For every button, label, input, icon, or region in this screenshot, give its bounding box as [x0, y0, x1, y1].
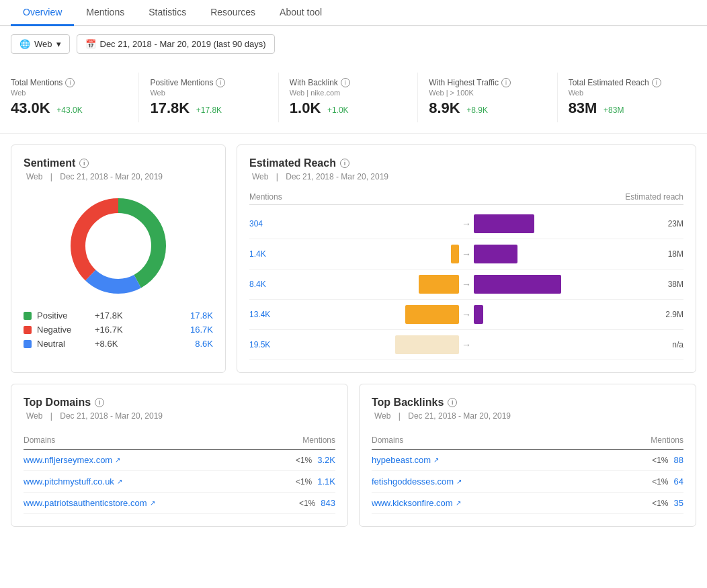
tab-overview[interactable]: Overview: [11, 0, 74, 26]
domain-count-link-0[interactable]: 3.2K: [317, 455, 335, 465]
top-backlinks-subtitle: Web | Dec 21, 2018 - Mar 20, 2019: [372, 411, 683, 421]
sentiment-card: Sentiment i Web | Dec 21, 2018 - Mar 20,…: [11, 144, 226, 373]
top-backlinks-card: Top Backlinks i Web | Dec 21, 2018 - Mar…: [359, 384, 696, 527]
top-domains-card: Top Domains i Web | Dec 21, 2018 - Mar 2…: [11, 384, 348, 527]
negative-dot: [24, 326, 32, 334]
reach-row-4: 19.5K → n/a: [249, 330, 683, 360]
stat-change-positive: +17.8K: [196, 106, 222, 115]
purple-bar-1: [474, 245, 517, 263]
info-icon-backlink[interactable]: i: [341, 78, 350, 87]
domain-count-link-2[interactable]: 843: [321, 498, 335, 508]
positive-dot: [24, 312, 32, 320]
tab-resources[interactable]: Resources: [198, 0, 267, 26]
light-bar-4: [395, 335, 459, 354]
stat-change-backlink: +1.0K: [327, 106, 349, 115]
reach-bars-4: →: [280, 335, 653, 354]
backlink-link-1[interactable]: fetishgoddesses.com ↗: [372, 476, 462, 487]
info-icon-domains[interactable]: i: [95, 398, 104, 407]
backlink-link-2[interactable]: www.kicksonfire.com ↗: [372, 498, 461, 508]
tab-statistics[interactable]: Statistics: [136, 0, 198, 26]
legend-neutral: Neutral +8.6K 8.6K: [24, 339, 213, 349]
backlink-count-link-0[interactable]: 88: [674, 455, 683, 465]
stats-row: Total Mentions i Web 43.0K +43.0K Positi…: [0, 62, 707, 134]
sentiment-legend: Positive +17.8K 17.8K Negative +16.7K 16…: [24, 310, 213, 349]
reach-row-3: 13.4K → 2.9M: [249, 300, 683, 330]
stat-change-total: +43.0K: [56, 106, 82, 115]
backlink-row-0: hypebeast.com ↗ <1% 88: [372, 450, 683, 471]
stat-change-reach: +83M: [604, 106, 624, 115]
info-icon-backlinks[interactable]: i: [448, 398, 457, 407]
backlink-count-link-1[interactable]: 64: [674, 476, 683, 487]
info-icon-estimated-reach[interactable]: i: [340, 159, 349, 168]
reach-bars-0: →: [280, 214, 653, 233]
arrow-icon-3: →: [462, 309, 471, 320]
stat-backlink: With Backlink i Web | nike.com 1.0K +1.0…: [279, 73, 418, 122]
domain-row-1: www.pitchmystuff.co.uk ↗ <1% 1.1K: [24, 471, 335, 493]
globe-icon: 🌐: [19, 39, 30, 49]
backlink-count-link-2[interactable]: 35: [674, 498, 683, 508]
tabs-bar: Overview Mentions Statistics Resources A…: [0, 0, 707, 26]
arrow-icon-1: →: [462, 249, 471, 259]
backlink-link-0[interactable]: hypebeast.com ↗: [372, 455, 439, 465]
reach-row-0: 304 → 23M: [249, 209, 683, 239]
date-range-selector[interactable]: 📅 Dec 21, 2018 - Mar 20, 2019 (last 90 d…: [77, 34, 275, 54]
negative-link[interactable]: 16.7K: [190, 325, 213, 335]
stat-estimated-reach: Total Estimated Reach i Web 83M +83M: [558, 73, 696, 122]
domain-link-2[interactable]: www.patriotsauthenticstore.com ↗: [24, 498, 155, 508]
donut-chart-container: [24, 192, 213, 300]
info-icon-positive[interactable]: i: [216, 78, 225, 87]
domain-row-0: www.nfljerseymex.com ↗ <1% 3.2K: [24, 450, 335, 471]
top-backlinks-title: Top Backlinks: [372, 396, 444, 409]
yellow-bar-1: [451, 245, 459, 263]
date-range-label: Dec 21, 2018 - Mar 20, 2019 (last 90 day…: [100, 39, 266, 49]
arrow-icon-4: →: [462, 339, 471, 350]
stat-value-total: 43.0K: [11, 99, 50, 116]
top-domains-title: Top Domains: [24, 396, 91, 409]
info-icon-reach[interactable]: i: [652, 78, 661, 87]
reach-row-1: 1.4K → 18M: [249, 239, 683, 269]
source-selector[interactable]: 🌐 Web ▾: [11, 34, 70, 54]
backlink-row-2: www.kicksonfire.com ↗ <1% 35: [372, 493, 683, 514]
arrow-icon-2: →: [462, 279, 471, 290]
stat-highest-traffic: With Highest Traffic i Web | > 100K 8.9K…: [418, 73, 557, 122]
external-icon-2: ↗: [150, 499, 155, 507]
stat-value-positive: 17.8K: [150, 99, 190, 116]
domains-table-header: Domains Mentions: [24, 431, 335, 450]
legend-positive: Positive +17.8K 17.8K: [24, 310, 213, 321]
yellow-bar-3: [405, 305, 459, 324]
positive-link[interactable]: 17.8K: [190, 310, 213, 321]
info-icon-total[interactable]: i: [65, 78, 75, 87]
chevron-down-icon: ▾: [56, 39, 61, 49]
domain-link-1[interactable]: www.pitchmystuff.co.uk ↗: [24, 476, 122, 487]
domain-count-link-1[interactable]: 1.1K: [317, 476, 335, 487]
backlink-row-1: fetishgoddesses.com ↗ <1% 64: [372, 471, 683, 493]
yellow-bar-2: [419, 275, 459, 294]
stat-change-traffic: +8.9K: [466, 106, 488, 115]
donut-chart: [65, 192, 172, 300]
source-label: Web: [34, 39, 52, 49]
calendar-icon: 📅: [85, 39, 96, 49]
neutral-link[interactable]: 8.6K: [195, 339, 213, 349]
purple-bar-0: [474, 214, 534, 233]
stat-value-backlink: 1.0K: [290, 99, 321, 116]
external-icon-0: ↗: [115, 456, 120, 464]
top-domains-subtitle: Web | Dec 21, 2018 - Mar 20, 2019: [24, 411, 335, 421]
external-icon-1: ↗: [117, 478, 122, 485]
estimated-reach-title: Estimated Reach: [249, 157, 336, 169]
purple-bar-2: [474, 275, 561, 294]
reach-table-header: Mentions Estimated reach: [249, 192, 683, 205]
reach-bars-1: →: [280, 245, 653, 263]
info-icon-traffic[interactable]: i: [501, 78, 511, 87]
estimated-reach-card: Estimated Reach i Web | Dec 21, 2018 - M…: [237, 144, 696, 373]
legend-negative: Negative +16.7K 16.7K: [24, 325, 213, 335]
toolbar: 🌐 Web ▾ 📅 Dec 21, 2018 - Mar 20, 2019 (l…: [0, 26, 707, 62]
main-cards-row: Sentiment i Web | Dec 21, 2018 - Mar 20,…: [0, 134, 707, 384]
tab-about-tool[interactable]: About tool: [267, 0, 334, 26]
sentiment-subtitle: Web | Dec 21, 2018 - Mar 20, 2019: [24, 172, 213, 181]
stat-positive-mentions: Positive Mentions i Web 17.8K +17.8K: [139, 73, 278, 122]
sentiment-title: Sentiment: [24, 157, 75, 169]
domain-link-0[interactable]: www.nfljerseymex.com ↗: [24, 455, 120, 465]
estimated-reach-subtitle: Web | Dec 21, 2018 - Mar 20, 2019: [249, 172, 683, 181]
tab-mentions[interactable]: Mentions: [74, 0, 136, 26]
info-icon-sentiment[interactable]: i: [79, 159, 89, 168]
